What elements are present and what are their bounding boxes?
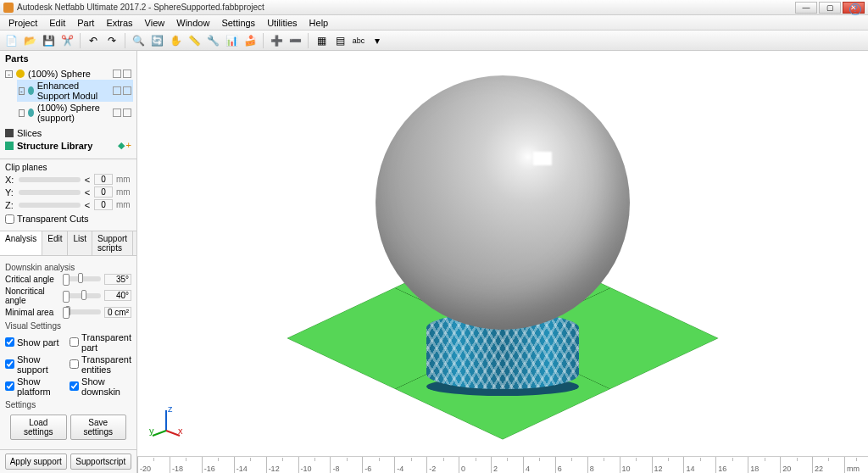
menu-extras[interactable]: Extras	[101, 16, 137, 30]
maximize-button[interactable]: ▢	[819, 2, 841, 14]
chk-show-part[interactable]: Show part	[5, 332, 66, 353]
tree-item-2[interactable]: (100%) Sphere (support)	[17, 102, 133, 124]
axis-gizmo: z x y	[149, 405, 183, 439]
tab-support-scripts[interactable]: Support scripts	[92, 231, 133, 255]
menu-part[interactable]: Part	[72, 16, 99, 30]
undo-icon[interactable]: ↶	[86, 33, 101, 48]
viewport-3d[interactable]: z x y -20-18-16-14-12-10-8-6-4-202468101…	[137, 51, 868, 473]
slider-0[interactable]	[63, 276, 101, 281]
tree-item-0[interactable]: -(100%) Sphere	[3, 68, 133, 80]
apply-support-button[interactable]: Apply support	[5, 454, 67, 470]
clip-value-x[interactable]: 0	[94, 174, 113, 185]
clip-title: Clip planes	[5, 163, 131, 172]
slider-1[interactable]	[63, 293, 101, 298]
svg-text:y: y	[149, 426, 154, 436]
menu-edit[interactable]: Edit	[44, 16, 70, 30]
save-icon[interactable]: 💾	[41, 33, 56, 48]
svg-text:z: z	[168, 405, 173, 414]
val-1[interactable]: 40°	[104, 290, 131, 301]
clip-value-y[interactable]: 0	[94, 186, 113, 198]
window-title: Autodesk Netfabb Ultimate 2017.2 - Spher…	[17, 3, 795, 12]
toolbar: 📄📂💾✂️↶↷🔍🔄✋📏🔧📊🍰➕➖▦▤abc▾	[0, 31, 868, 51]
app-icon	[3, 3, 14, 13]
chk-show-platform[interactable]: Show platform	[5, 376, 66, 397]
analysis-icon[interactable]: 📊	[224, 33, 239, 48]
menu-utilities[interactable]: Utilities	[262, 16, 302, 30]
slices-node[interactable]: Slices	[3, 127, 133, 139]
analysis-tabs: AnalysisEditListSupport scriptsView	[0, 231, 136, 256]
minimize-button[interactable]: —	[795, 2, 817, 14]
help-icon[interactable]: ?	[849, 3, 861, 15]
tab-edit[interactable]: Edit	[42, 231, 68, 255]
tab-list[interactable]: List	[68, 231, 92, 255]
pan-icon[interactable]: ✋	[168, 33, 183, 48]
tree-item-1[interactable]: -Enhanced Support Modul	[17, 80, 133, 102]
new-icon[interactable]: 📄	[3, 33, 19, 48]
open-icon[interactable]: 📂	[22, 33, 37, 48]
remove-icon[interactable]: ➖	[287, 33, 303, 48]
val-0[interactable]: 35°	[104, 274, 131, 285]
analysis-panel: Downskin analysis Critical angle35°Noncr…	[0, 256, 136, 447]
menu-settings[interactable]: Settings	[216, 16, 260, 30]
chk-show-downskin[interactable]: Show downskin	[70, 376, 131, 397]
add-icon[interactable]: ➕	[269, 33, 284, 48]
menu-window[interactable]: Window	[171, 16, 214, 30]
chk-transparent-entities[interactable]: Transparent entities	[70, 354, 131, 375]
chk-show-support[interactable]: Show support	[5, 354, 66, 375]
clip-slider-y[interactable]	[19, 190, 81, 195]
rotate-icon[interactable]: 🔄	[149, 33, 164, 48]
titlebar: Autodesk Netfabb Ultimate 2017.2 - Spher…	[0, 0, 868, 15]
library-node[interactable]: Structure Library ◆+	[3, 139, 133, 152]
save-settings-button[interactable]: Save settings	[70, 415, 127, 440]
menubar: ProjectEditPartExtrasViewWindowSettingsU…	[0, 15, 868, 31]
sphere-part	[376, 75, 630, 330]
slice-icon[interactable]: 🍰	[242, 33, 258, 48]
menu-view[interactable]: View	[140, 16, 170, 30]
load-settings-button[interactable]: Load settings	[10, 415, 67, 440]
supportscript-button[interactable]: Supportscript	[70, 454, 132, 470]
menu-project[interactable]: Project	[3, 16, 42, 30]
ruler-x: -20-18-16-14-12-10-8-6-4-202468101214161…	[137, 456, 868, 473]
transparent-cuts-checkbox[interactable]	[5, 214, 14, 224]
chk-transparent-part[interactable]: Transparent part	[70, 332, 131, 353]
clip-panel: Clip planes X:<0mmY:<0mmZ:<0mm Transpare…	[0, 159, 136, 227]
slider-2[interactable]	[63, 309, 101, 314]
sidebar: Parts -(100%) Sphere-Enhanced Support Mo…	[0, 51, 137, 473]
clip-slider-x[interactable]	[19, 177, 81, 182]
parts-title: Parts	[0, 51, 136, 66]
parts-tree: -(100%) Sphere-Enhanced Support Modul(10…	[0, 66, 136, 125]
cut-icon[interactable]: ✂️	[59, 33, 75, 48]
menu-help[interactable]: Help	[304, 16, 334, 30]
search-icon[interactable]: 🔍	[131, 33, 146, 48]
svg-text:x: x	[178, 426, 183, 436]
val-2[interactable]: 0 cm²	[104, 307, 131, 318]
redo-icon[interactable]: ↷	[104, 33, 120, 48]
layout1-icon[interactable]: ▦	[314, 33, 329, 48]
svg-line-2	[153, 431, 166, 436]
layout2-icon[interactable]: ▤	[332, 33, 348, 48]
measure-icon[interactable]: 📏	[186, 33, 202, 48]
repair-icon[interactable]: 🔧	[205, 33, 220, 48]
clip-slider-z[interactable]	[19, 203, 81, 208]
info-icon[interactable]: ▾	[370, 33, 385, 48]
label-icon[interactable]: abc	[351, 33, 366, 48]
clip-value-z[interactable]: 0	[94, 199, 113, 210]
tab-analysis[interactable]: Analysis	[0, 231, 42, 255]
